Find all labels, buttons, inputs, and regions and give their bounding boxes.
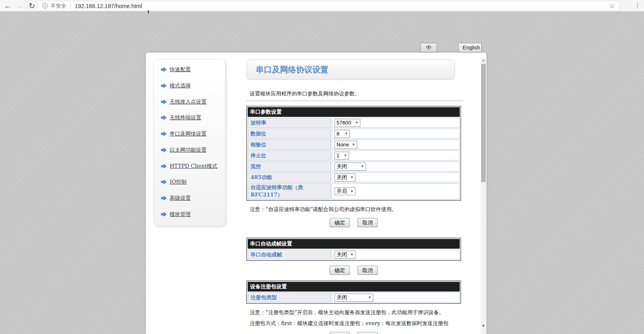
row-label: 检验位 — [248, 140, 331, 150]
parity-select[interactable]: None▼ — [335, 141, 357, 149]
select-value: 1 — [337, 152, 339, 159]
confirm-button[interactable]: 确定 — [330, 218, 350, 227]
blue-arrow-icon — [160, 99, 167, 105]
table-row: 检验位 None▼ — [248, 140, 460, 150]
language-chinese-button[interactable]: 中文 — [420, 43, 437, 53]
table-row: 停止位 1▼ — [248, 150, 460, 161]
table-row: 串口自动成帧 关闭▼ — [248, 249, 460, 260]
data-bits-select[interactable]: 8▼ — [335, 130, 350, 138]
flow-control-select[interactable]: 关闭▼ — [335, 163, 366, 171]
sidebar-item-serial-network[interactable]: 串口及网络设置 — [160, 130, 225, 137]
dropdown-arrow-icon: ▼ — [352, 143, 355, 146]
sidebar-item-wireless-ap[interactable]: 无线接入点设置 — [160, 98, 225, 106]
table-row: 流控 关闭▼ — [248, 161, 460, 171]
blue-arrow-icon — [160, 83, 167, 89]
blue-arrow-icon — [160, 147, 167, 153]
sidebar-item-label: 无线终端设置 — [170, 114, 201, 121]
scroll-down-icon[interactable]: ▼ — [481, 323, 486, 329]
sidebar-item-io-control[interactable]: IO控制 — [160, 178, 225, 186]
scroll-up-icon[interactable]: ▲ — [481, 58, 486, 63]
cancel-button[interactable]: 取消 — [358, 332, 378, 334]
bookmark-star-icon[interactable]: ☆ — [609, 2, 615, 10]
row-label: 停止位 — [248, 150, 331, 161]
row-label: 注册包类型 — [248, 292, 331, 302]
adaptive-baud-select[interactable]: 开启▼ — [335, 187, 356, 195]
sidebar-item-mode-select[interactable]: 模式选择 — [160, 82, 225, 89]
sidebar-item-advanced[interactable]: 高级设置 — [160, 194, 225, 202]
sidebar-item-label: 快速配置 — [170, 66, 191, 73]
address-divider — [70, 3, 71, 9]
select-value: 开启 — [337, 188, 347, 195]
sidebar-item-ethernet[interactable]: 以太网功能设置 — [160, 146, 225, 154]
register-packet-table: 设备注册包设置 注册包类型 关闭▼ — [246, 281, 461, 304]
table-row: 485功能 关闭▼ — [248, 172, 460, 182]
button-row: 确定 取消 — [246, 332, 461, 334]
table-row: 波特率 57600▼ — [248, 118, 460, 128]
auto-frame-select[interactable]: 关闭▼ — [335, 251, 356, 259]
back-icon[interactable]: ← — [2, 0, 13, 11]
sidebar-item-label: 高级设置 — [170, 194, 191, 202]
confirm-button[interactable]: 确定 — [330, 332, 350, 334]
sidebar-item-label: 模块管理 — [170, 211, 191, 218]
sidebar-item-label: 无线接入点设置 — [170, 98, 206, 106]
register-packet-type-select[interactable]: 关闭▼ — [335, 294, 373, 302]
confirm-button[interactable]: 确定 — [330, 266, 350, 275]
forward-icon[interactable]: → — [15, 0, 25, 11]
language-english-button[interactable]: English — [458, 43, 482, 53]
note-text: 注册包方式：first：模块建立连接时发送注册包；every：每次发送数据时发送… — [246, 320, 461, 327]
table-header-row: 串口参数设置 — [248, 107, 460, 117]
page-title-box: 串口及网络协议设置 — [246, 59, 455, 80]
section-header: 设备注册包设置 — [248, 282, 460, 292]
reload-icon[interactable]: ↻ — [27, 0, 37, 11]
row-label: 串口自动成帧 — [248, 249, 331, 260]
blue-arrow-icon — [160, 67, 167, 72]
security-label: 不安全 — [51, 2, 66, 10]
blue-arrow-icon — [160, 131, 167, 137]
sidebar-item-label: HTTPD Client模式 — [170, 163, 217, 170]
note-text: 注意：“注册包类型”开启后，模块主动向服务器发送注册包，此功能用于辨识设备。 — [246, 309, 461, 316]
divider — [246, 101, 463, 101]
select-value: None — [337, 142, 349, 148]
button-row: 确定 取消 — [246, 218, 461, 227]
baud-rate-select[interactable]: 57600▼ — [335, 119, 360, 127]
blue-arrow-icon — [160, 163, 167, 169]
sidebar-item-wireless-sta[interactable]: 无线终端设置 — [160, 114, 225, 121]
browser-menu-icon[interactable]: ⋮ — [634, 1, 641, 10]
dropdown-arrow-icon: ▼ — [350, 190, 354, 193]
table-header-row: 串口自动成帧设置 — [248, 239, 460, 249]
sidebar-menu: 快速配置 模式选择 无线接入点设置 无线终端设置 串口及网络设置 以太网功能设置… — [154, 59, 225, 226]
row-label: 485功能 — [248, 172, 331, 182]
section-header: 串口参数设置 — [248, 107, 460, 117]
dropdown-arrow-icon: ▼ — [368, 296, 371, 299]
cancel-button[interactable]: 取消 — [358, 218, 378, 227]
serial-params-table: 串口参数设置 波特率 57600▼ 数据位 8▼ 检验位 None▼ 停止位 1… — [246, 106, 461, 201]
auto-frame-table: 串口自动成帧设置 串口自动成帧 关闭▼ — [246, 238, 461, 261]
address-bar[interactable]: ⓘ 不安全 192.168.12.197/home.html ☆ — [38, 1, 619, 11]
cancel-button[interactable]: 取消 — [358, 266, 378, 275]
sidebar-item-quick-config[interactable]: 快速配置 — [160, 66, 225, 73]
row-label: 数据位 — [248, 129, 331, 139]
scrollbar-thumb[interactable] — [481, 64, 486, 182]
blue-arrow-icon — [160, 195, 167, 201]
dropdown-arrow-icon: ▼ — [344, 154, 347, 157]
blue-arrow-icon — [160, 179, 167, 185]
url-text[interactable]: 192.168.12.197/home.html — [75, 3, 142, 9]
stop-bits-select[interactable]: 1▼ — [335, 152, 349, 160]
rs485-select[interactable]: 关闭▼ — [335, 173, 356, 182]
scrollbar[interactable]: ▲ ▼ — [481, 58, 486, 334]
row-label: 流控 — [248, 161, 331, 171]
info-icon[interactable]: ⓘ — [42, 2, 48, 10]
note-text: 注意：“自适应波特率功能”请配合我公司的虚拟串口软件使用。 — [246, 206, 461, 213]
sidebar-item-httpd-client[interactable]: HTTPD Client模式 — [160, 163, 225, 170]
select-value: 关闭 — [337, 251, 347, 258]
select-value: 57600 — [337, 120, 351, 126]
select-value: 8 — [337, 131, 339, 137]
dropdown-arrow-icon: ▼ — [355, 121, 358, 125]
table-row: 注册包类型 关闭▼ — [248, 292, 460, 302]
blue-arrow-icon — [160, 211, 167, 217]
main-content: 串口及网络协议设置 设置模块应用程序的串口参数及网络协议参数。 串口参数设置 波… — [246, 53, 461, 334]
select-value: 关闭 — [337, 163, 347, 170]
sidebar-item-label: 模式选择 — [170, 82, 191, 89]
row-label: 波特率 — [248, 118, 331, 128]
sidebar-item-module-manage[interactable]: 模块管理 — [160, 211, 225, 218]
